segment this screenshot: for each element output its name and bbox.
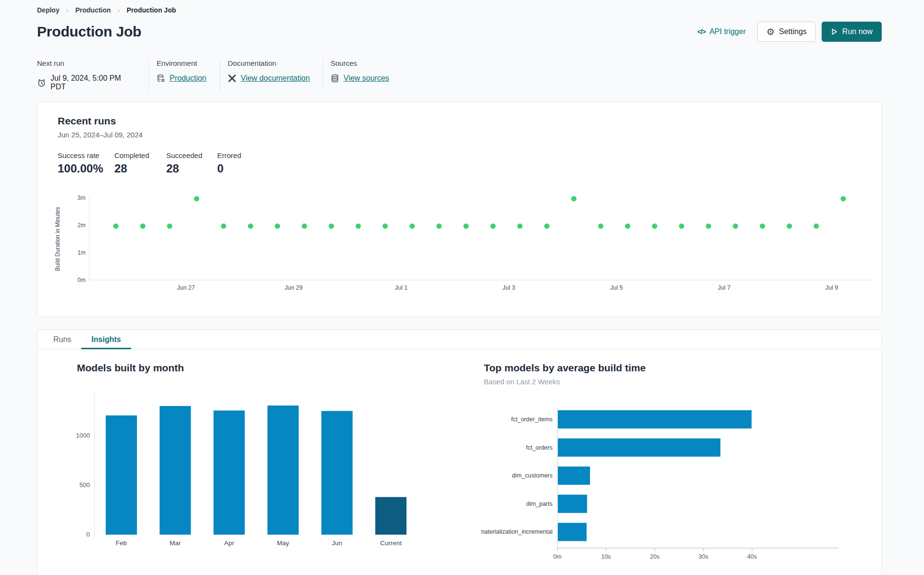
breadcrumb-deploy[interactable]: Deploy (37, 6, 60, 14)
svg-text:1000: 1000 (76, 432, 90, 439)
svg-text:Jul 5: Jul 5 (610, 284, 623, 291)
tab-runs[interactable]: Runs (43, 330, 81, 349)
svg-text:Jun 27: Jun 27 (177, 284, 195, 291)
page-content: Deploy › Production › Production Job Pro… (37, 0, 882, 575)
svg-text:2m: 2m (77, 222, 86, 229)
code-icon: </> (697, 28, 705, 36)
documentation-label: Documentation (228, 59, 310, 67)
documentation-info: Documentation View documentation (220, 59, 322, 91)
chevron-right-icon: › (118, 6, 120, 14)
svg-text:fct_orders: fct_orders (526, 444, 553, 451)
sources-label: Sources (331, 59, 389, 67)
svg-text:fct_order_items: fct_order_items (511, 416, 553, 423)
svg-text:1m: 1m (77, 249, 86, 256)
settings-label: Settings (779, 27, 807, 36)
environment-label: Environment (157, 59, 207, 67)
breadcrumb: Deploy › Production › Production Job (37, 0, 882, 14)
recent-runs-card: Recent runs Jun 25, 2024–Jul 09, 2024 Su… (37, 102, 882, 317)
next-run-label: Next run (37, 59, 136, 67)
api-trigger-link[interactable]: </> API trigger (697, 27, 746, 36)
environment-link[interactable]: Production (170, 74, 207, 83)
next-run-value: Jul 9, 2024, 5:00 PM PDT (50, 74, 136, 91)
svg-text:Feb: Feb (116, 539, 127, 547)
svg-text:0: 0 (86, 531, 90, 538)
job-info-strip: Next run Jul 9, 2024, 5:00 PM PDT Enviro… (37, 59, 882, 91)
svg-text:10s: 10s (601, 553, 611, 560)
svg-text:Jul 3: Jul 3 (503, 284, 515, 291)
stat-success-rate: Success rate 100.00% (58, 151, 114, 175)
environment-info: Environment Production (148, 59, 220, 91)
insights-card: Runs Insights Models built by month 0500… (37, 330, 882, 575)
run-now-label: Run now (842, 27, 873, 36)
svg-text:3m: 3m (77, 195, 86, 201)
environment-database-icon (157, 74, 165, 83)
chevron-right-icon: › (66, 6, 69, 14)
tab-insights[interactable]: Insights (81, 330, 131, 349)
top-models-subtitle: Based on Last 2 Weeks (484, 378, 646, 386)
svg-text:Jul 7: Jul 7 (718, 284, 730, 291)
sources-database-icon (331, 74, 339, 83)
svg-text:Jul 9: Jul 9 (825, 284, 838, 291)
view-documentation-link[interactable]: View documentation (241, 74, 310, 83)
svg-text:40s: 40s (747, 553, 757, 560)
svg-text:materialization_incremental: materialization_incremental (481, 528, 553, 535)
stat-completed: Completed 28 (114, 151, 166, 175)
settings-button[interactable]: ⚙ Settings (757, 22, 816, 42)
svg-text:dim_parts: dim_parts (526, 501, 553, 507)
view-sources-link[interactable]: View sources (344, 74, 389, 83)
top-models-title: Top models by average build time (484, 362, 646, 374)
svg-text:Jun: Jun (332, 539, 342, 547)
stat-succeeded: Succeeded 28 (166, 151, 217, 175)
top-models-chart-block: Top models by average build time Based o… (484, 362, 646, 386)
svg-text:30s: 30s (699, 553, 708, 560)
tab-bar: Runs Insights (37, 330, 881, 349)
recent-runs-title: Recent runs (58, 115, 881, 127)
top-models-hbar-chart: 0m10s20s30s40sfct_order_itemsfct_ordersd… (481, 398, 856, 568)
gear-icon: ⚙ (766, 27, 775, 37)
api-trigger-label: API trigger (709, 27, 746, 36)
run-now-button[interactable]: Run now (822, 22, 882, 42)
dbt-logo-icon (228, 74, 236, 83)
page-header: Production Job </> API trigger ⚙ Setting… (37, 22, 882, 42)
models-built-chart-block: Models built by month (77, 362, 184, 374)
breadcrumb-production[interactable]: Production (75, 6, 111, 14)
svg-text:0m: 0m (553, 553, 561, 560)
models-built-bar-chart: 05001000FebMarAprMayJunCurrent (47, 386, 451, 556)
models-built-title: Models built by month (77, 362, 184, 374)
svg-text:dim_customers: dim_customers (512, 472, 553, 479)
svg-text:Build Duration in Minutes: Build Duration in Minutes (54, 207, 61, 271)
svg-text:Mar: Mar (170, 539, 181, 547)
next-run-info: Next run Jul 9, 2024, 5:00 PM PDT (37, 59, 148, 91)
recent-runs-date-range: Jun 25, 2024–Jul 09, 2024 (58, 131, 881, 139)
svg-text:Jun 29: Jun 29 (284, 284, 303, 291)
header-actions: </> API trigger ⚙ Settings Run now (697, 22, 882, 42)
run-stats: Success rate 100.00% Completed 28 Succee… (58, 151, 881, 175)
sources-info: Sources View sources (322, 59, 402, 91)
svg-text:May: May (277, 539, 289, 547)
play-icon (831, 28, 838, 36)
stat-errored: Errored 0 (217, 151, 241, 175)
page-title: Production Job (37, 24, 141, 40)
svg-text:20s: 20s (650, 553, 660, 560)
build-duration-scatter-chart: 0m1m2m3mBuild Duration in MinutesJun 27J… (47, 189, 878, 297)
svg-text:0m: 0m (77, 277, 86, 283)
svg-text:500: 500 (79, 481, 90, 489)
svg-text:Apr: Apr (224, 539, 234, 547)
svg-text:Jul 1: Jul 1 (395, 284, 407, 291)
svg-text:Current: Current (380, 539, 402, 547)
breadcrumb-current: Production Job (127, 6, 176, 14)
alarm-clock-icon (37, 78, 46, 87)
